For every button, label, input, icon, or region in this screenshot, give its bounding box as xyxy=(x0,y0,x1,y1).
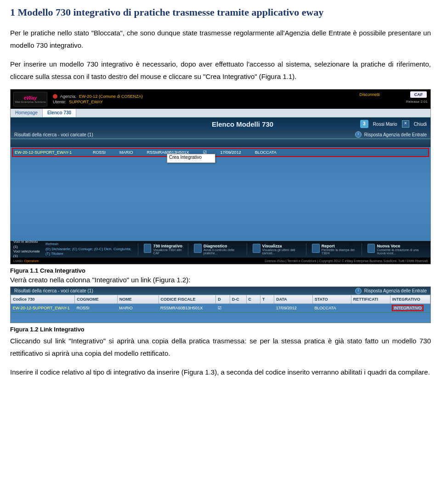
risposta-link-2[interactable]: Risposta Agenzia delle Entrate xyxy=(364,288,427,293)
results-label: Risultati della ricerca - voci caricate … xyxy=(14,132,93,137)
cell-nome: MARIO xyxy=(119,150,133,155)
utente-label: Utente: xyxy=(53,100,66,104)
paragraph-2: Per inserire un modello 730 integrativo … xyxy=(10,58,431,83)
voci-archivio: Voci in archivio (1) xyxy=(13,240,40,249)
window-title: Elenco Modelli 730 xyxy=(212,120,273,128)
results-bar: Risultati della ricerca - voci caricate … xyxy=(11,130,430,139)
new-icon xyxy=(368,244,375,253)
col-codice730[interactable]: Codice 730 xyxy=(11,295,75,304)
tab-elenco-730[interactable]: Elenco 730 xyxy=(43,109,76,117)
separator xyxy=(188,243,188,255)
col-cognome[interactable]: COGNOME xyxy=(75,295,118,304)
top-labels: Agenzia: EW-20-12 (Comune di COSENZA) Ut… xyxy=(53,94,142,104)
window-badge-number: 3 xyxy=(360,120,368,128)
tab-homepage[interactable]: Homepage xyxy=(11,109,43,117)
section-heading: 1 Modello 730 integrativo di pratiche tr… xyxy=(10,6,431,18)
cell-stato: BLOCCATA xyxy=(255,150,277,155)
document-icon xyxy=(144,244,152,253)
utente-value[interactable]: SUPPORT_EWAY xyxy=(69,100,103,104)
btn-report[interactable]: ReportPermette la stampa del 730/4 xyxy=(312,244,356,255)
termini-link[interactable]: Termini e Condizioni xyxy=(287,259,316,263)
btn-sub: Consente la creazione di una nuova voce.… xyxy=(377,248,428,255)
col-cf[interactable]: CODICE FISCALE xyxy=(158,295,216,304)
figure-1-2: Risultati della ricerca - voci caricate … xyxy=(10,286,431,323)
agenzia-label: Agenzia: xyxy=(60,94,76,99)
brand-name: eWay xyxy=(24,95,37,101)
btn-title: Report xyxy=(322,244,356,248)
refresh-link[interactable]: Refresh xyxy=(45,242,132,246)
window-titlebar: Elenco Modelli 730 3 Rossi Mario × Chiud… xyxy=(11,118,430,130)
btn-visualizza[interactable]: VisualizzaVisualizza gli ultimi dati car… xyxy=(253,244,300,255)
integrativo-link[interactable]: INTEGRATIVO xyxy=(392,305,423,311)
paragraph-1: Per le pratiche nello stato "Bloccata", … xyxy=(10,27,431,51)
app-topbar: eWay Web Enterprise Solutions Agenzia: E… xyxy=(11,90,430,109)
livello-label: Livello: xyxy=(13,259,23,263)
cell-data: 17/09/2012 xyxy=(274,304,313,313)
figure-1-2-caption: Figura 1.2 Link Integrativo xyxy=(10,326,431,333)
separator xyxy=(306,243,306,255)
cell-stato: BLOCCATA xyxy=(312,304,351,313)
separator xyxy=(247,243,247,255)
cell-codice: EW-20-12-SUPPORT_EWAY-1 xyxy=(11,304,75,313)
col-t[interactable]: T xyxy=(260,295,274,304)
cell-cf: RSSMRA60B13H501X xyxy=(158,304,216,313)
separator xyxy=(138,243,138,255)
col-stato[interactable]: STATO xyxy=(312,295,351,304)
person-icon xyxy=(53,94,57,99)
col-c[interactable]: C xyxy=(246,295,260,304)
results-table: Codice 730 COGNOME NOME CODICE FISCALE D… xyxy=(11,295,430,313)
col-d[interactable]: D xyxy=(216,295,230,304)
cell-c xyxy=(246,304,260,313)
paragraph-3: Cliccando sul link "Integrativo" si apri… xyxy=(10,335,431,359)
close-icon[interactable]: × xyxy=(402,120,409,128)
report-icon xyxy=(312,244,320,253)
btn-nuova-voce[interactable]: Nuova VoceConsente la creazione di una n… xyxy=(368,244,428,255)
col-integrativo[interactable]: INTEGRATIVO xyxy=(390,295,430,304)
operatore-value: Operatore xyxy=(24,259,39,263)
cell-rett xyxy=(351,304,390,313)
info-icon[interactable]: i xyxy=(355,288,362,294)
app-footer: Livello: Operatore Licenza d'Uso | Termi… xyxy=(11,258,430,264)
btn-730-integrativo[interactable]: 730 IntegrativoVisualizza 730/I altri CA… xyxy=(144,244,183,255)
figure-1-1: eWay Web Enterprise Solutions Agenzia: E… xyxy=(10,89,431,264)
context-menu-crea-integrativo[interactable]: Crea Integrativo xyxy=(167,154,215,163)
col-dc[interactable]: D-C xyxy=(230,295,246,304)
agenzia-value[interactable]: EW-20-12 (Comune di COSENZA) xyxy=(79,94,142,99)
table-header-row: Codice 730 COGNOME NOME CODICE FISCALE D… xyxy=(11,295,430,304)
info-icon[interactable]: i xyxy=(355,131,362,138)
table-header-row xyxy=(11,139,430,147)
results-label-2: Risultati della ricerca - voci caricate … xyxy=(14,288,93,293)
disconnect-link[interactable]: Disconnetti xyxy=(359,92,380,97)
col-rettificati[interactable]: RETTIFICATI xyxy=(351,295,390,304)
table-row[interactable]: EW-20-12-SUPPORT_EWAY-1 ROSSI MARIO RSSM… xyxy=(12,148,429,157)
btn-title: Nuova Voce xyxy=(377,244,428,248)
licenza-link[interactable]: Licenza d'Uso xyxy=(265,259,285,263)
paragraph-after-1: Verrà creato nella colonna "Integrativo"… xyxy=(10,276,431,284)
col-nome[interactable]: NOME xyxy=(117,295,158,304)
refresh-legend: Refresh (D) Dichiarante; (C) Coniuge; (D… xyxy=(45,242,132,256)
btn-title: Visualizza xyxy=(262,244,301,248)
paragraph-4: Inserire il codice relativo al tipo di i… xyxy=(10,366,431,378)
cell-d: ☑ xyxy=(216,304,230,313)
cell-cognome: ROSSI xyxy=(93,150,106,155)
btn-sub: Visualizza gli ultimi dati caricati... xyxy=(262,248,301,255)
separator xyxy=(362,243,362,255)
col-data[interactable]: DATA xyxy=(274,295,313,304)
view-icon xyxy=(253,244,260,253)
voci-info: Voci in archivio (1) Voci selezionate (1… xyxy=(13,240,40,259)
btn-sub: Permette la stampa del 730/4 xyxy=(322,248,356,255)
btn-sub: Avvia il controllo delle pratiche... xyxy=(204,248,241,255)
cell-cognome: ROSSI xyxy=(75,304,118,313)
results-bar-2: Risultati della ricerca - voci caricate … xyxy=(11,287,430,295)
chiudi-label[interactable]: Chiudi xyxy=(414,122,427,127)
cell-t xyxy=(260,304,274,313)
copyright: Copyright 2012 © eWay Enterprise Busines… xyxy=(319,259,428,263)
btn-title: Diagnostico xyxy=(204,244,241,248)
btn-diagnostico[interactable]: DiagnosticoAvvia il controllo delle prat… xyxy=(194,244,241,255)
bottom-toolbar: Voci in archivio (1) Voci selezionate (1… xyxy=(11,241,430,258)
cell-integrativo-link[interactable]: INTEGRATIVO xyxy=(390,304,430,313)
figure-1-1-caption: Figura 1.1 Crea Integrativo xyxy=(10,267,431,274)
table-row[interactable]: EW-20-12-SUPPORT_EWAY-1 ROSSI MARIO RSSM… xyxy=(11,304,430,313)
risposta-link[interactable]: Risposta Agenzia delle Entrate xyxy=(364,132,427,137)
caf-badge: CAF xyxy=(410,91,427,98)
